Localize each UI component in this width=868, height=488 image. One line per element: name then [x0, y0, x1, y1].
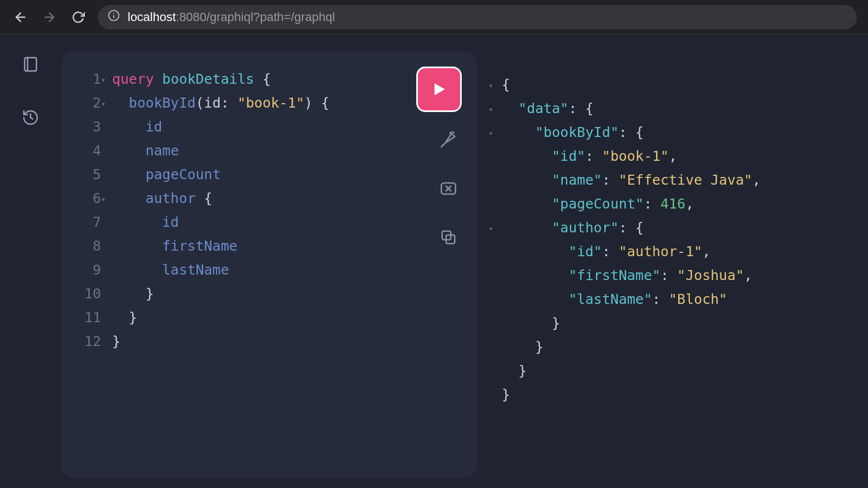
sidebar-rail — [0, 34, 61, 488]
url-path: /graphiql?path=/graphql — [206, 10, 335, 24]
run-button[interactable] — [416, 67, 462, 112]
url-host: localhost — [128, 10, 176, 24]
history-icon[interactable] — [19, 106, 42, 129]
editor-tools — [437, 129, 460, 248]
back-button[interactable] — [11, 8, 30, 27]
prettify-icon[interactable] — [437, 129, 460, 151]
docs-icon[interactable] — [19, 53, 42, 75]
url-port: :8080 — [176, 10, 206, 24]
reload-button[interactable] — [69, 8, 88, 27]
url-bar[interactable]: localhost:8080/graphiql?path=/graphql — [98, 5, 857, 29]
copy-icon[interactable] — [437, 226, 460, 248]
response-viewer[interactable]: ▾{▾ "data": {▾ "bookById": { "id": "book… — [488, 73, 851, 407]
query-editor[interactable]: 1▾query bookDetails {2▾ bookById(id: "bo… — [77, 68, 462, 354]
merge-icon[interactable] — [437, 177, 460, 200]
main-split: 1▾query bookDetails {2▾ bookById(id: "bo… — [61, 34, 868, 488]
browser-toolbar: localhost:8080/graphiql?path=/graphql — [0, 0, 868, 34]
svg-rect-5 — [24, 58, 36, 71]
forward-button[interactable] — [40, 8, 59, 27]
info-icon — [108, 9, 120, 25]
query-editor-panel: 1▾query bookDetails {2▾ bookById(id: "bo… — [61, 51, 477, 478]
response-panel: ▾{▾ "data": {▾ "bookById": { "id": "book… — [477, 51, 868, 478]
svg-marker-7 — [435, 83, 445, 95]
url-text: localhost:8080/graphiql?path=/graphql — [128, 10, 335, 24]
app-root: 1▾query bookDetails {2▾ bookById(id: "bo… — [0, 34, 868, 488]
